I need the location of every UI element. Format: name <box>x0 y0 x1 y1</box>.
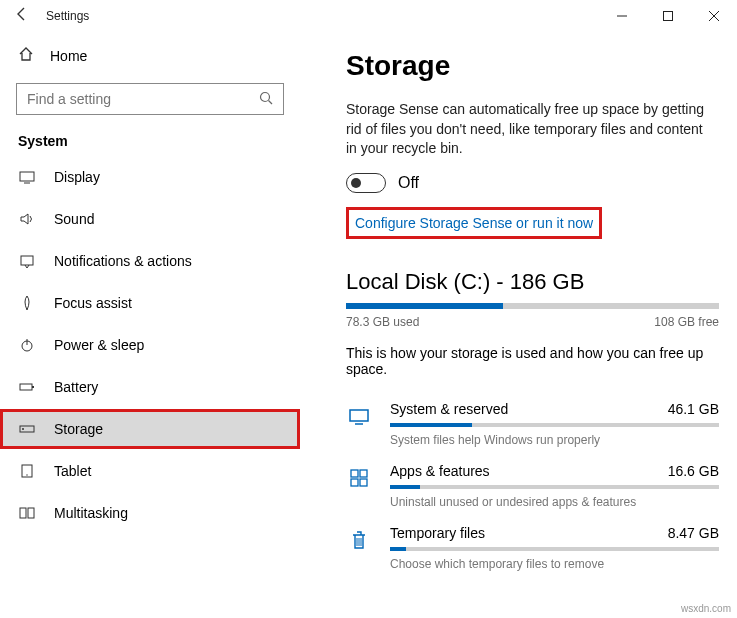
sidebar-item-tablet[interactable]: Tablet <box>0 451 300 491</box>
category-sub: System files help Windows run properly <box>390 433 719 447</box>
category-name: Temporary files <box>390 525 485 541</box>
display-icon <box>18 169 36 185</box>
disk-title: Local Disk (C:) - 186 GB <box>346 269 719 295</box>
svg-rect-19 <box>350 410 368 421</box>
category-bar-fill <box>390 485 420 489</box>
svg-line-5 <box>269 100 273 104</box>
category-size: 8.47 GB <box>668 525 719 541</box>
configure-storage-sense-link[interactable]: Configure Storage Sense or run it now <box>355 215 593 231</box>
sidebar-item-label: Sound <box>54 211 94 227</box>
category-bar-fill <box>390 547 406 551</box>
svg-rect-1 <box>664 12 673 21</box>
usage-description: This is how your storage is used and how… <box>346 345 716 377</box>
sidebar-home[interactable]: Home <box>0 36 300 75</box>
svg-rect-24 <box>360 479 367 486</box>
sidebar-item-battery[interactable]: Battery <box>0 367 300 407</box>
sidebar-item-label: Notifications & actions <box>54 253 192 269</box>
home-icon <box>18 46 34 65</box>
notifications-icon <box>18 253 36 269</box>
category-system-reserved[interactable]: System & reserved46.1 GB System files he… <box>346 393 719 455</box>
sidebar-item-label: Display <box>54 169 100 185</box>
sidebar-item-label: Tablet <box>54 463 91 479</box>
power-icon <box>18 337 36 353</box>
watermark: wsxdn.com <box>681 603 731 614</box>
back-icon[interactable] <box>14 6 30 26</box>
svg-point-4 <box>261 92 270 101</box>
page-title: Storage <box>346 50 719 82</box>
svg-rect-12 <box>32 386 34 388</box>
disk-usage-bar-fill <box>346 303 503 309</box>
sidebar-section-label: System <box>0 133 300 155</box>
close-button[interactable] <box>691 0 737 32</box>
sidebar-item-label: Power & sleep <box>54 337 144 353</box>
svg-point-14 <box>22 428 24 430</box>
category-apps-features[interactable]: Apps & features16.6 GB Uninstall unused … <box>346 455 719 517</box>
category-name: Apps & features <box>390 463 490 479</box>
sidebar-item-storage[interactable]: Storage <box>0 409 300 449</box>
sidebar-item-label: Battery <box>54 379 98 395</box>
search-box[interactable] <box>16 83 284 115</box>
sidebar-home-label: Home <box>50 48 87 64</box>
sidebar-item-label: Focus assist <box>54 295 132 311</box>
sidebar-item-power-sleep[interactable]: Power & sleep <box>0 325 300 365</box>
sound-icon <box>18 211 36 227</box>
category-size: 16.6 GB <box>668 463 719 479</box>
tablet-icon <box>18 463 36 479</box>
sidebar-item-label: Storage <box>54 421 103 437</box>
sidebar: Home System Display Sound Notifications … <box>0 32 300 618</box>
svg-rect-21 <box>351 470 358 477</box>
sidebar-item-focus-assist[interactable]: Focus assist <box>0 283 300 323</box>
svg-rect-17 <box>20 508 26 518</box>
search-icon <box>259 91 273 108</box>
svg-rect-22 <box>360 470 367 477</box>
sidebar-item-notifications[interactable]: Notifications & actions <box>0 241 300 281</box>
content-pane: Storage Storage Sense can automatically … <box>300 32 737 618</box>
category-temporary-files[interactable]: Temporary files8.47 GB Choose which temp… <box>346 517 719 579</box>
category-sub: Uninstall unused or undesired apps & fea… <box>390 495 719 509</box>
maximize-button[interactable] <box>645 0 691 32</box>
system-icon <box>346 403 372 429</box>
svg-rect-18 <box>28 508 34 518</box>
sidebar-item-multitasking[interactable]: Multitasking <box>0 493 300 533</box>
category-name: System & reserved <box>390 401 508 417</box>
svg-rect-11 <box>20 384 32 390</box>
sidebar-item-label: Multitasking <box>54 505 128 521</box>
configure-link-highlight: Configure Storage Sense or run it now <box>346 207 602 239</box>
focus-assist-icon <box>18 295 36 311</box>
disk-used-label: 78.3 GB used <box>346 315 419 329</box>
category-bar-fill <box>390 423 472 427</box>
svg-point-16 <box>26 474 27 475</box>
battery-icon <box>18 379 36 395</box>
multitasking-icon <box>18 505 36 521</box>
svg-rect-6 <box>20 172 34 181</box>
search-input[interactable] <box>27 91 247 107</box>
disk-free-label: 108 GB free <box>654 315 719 329</box>
apps-icon <box>346 465 372 491</box>
window-title: Settings <box>46 9 89 23</box>
titlebar: Settings <box>0 0 737 32</box>
svg-rect-8 <box>21 256 33 265</box>
minimize-button[interactable] <box>599 0 645 32</box>
category-size: 46.1 GB <box>668 401 719 417</box>
category-sub: Choose which temporary files to remove <box>390 557 719 571</box>
trash-icon <box>346 527 372 553</box>
storage-sense-toggle[interactable] <box>346 173 386 193</box>
storage-icon <box>18 421 36 437</box>
storage-sense-description: Storage Sense can automatically free up … <box>346 100 706 159</box>
sidebar-item-sound[interactable]: Sound <box>0 199 300 239</box>
svg-rect-23 <box>351 479 358 486</box>
sidebar-item-display[interactable]: Display <box>0 157 300 197</box>
disk-usage-bar <box>346 303 719 309</box>
toggle-state-label: Off <box>398 174 419 192</box>
